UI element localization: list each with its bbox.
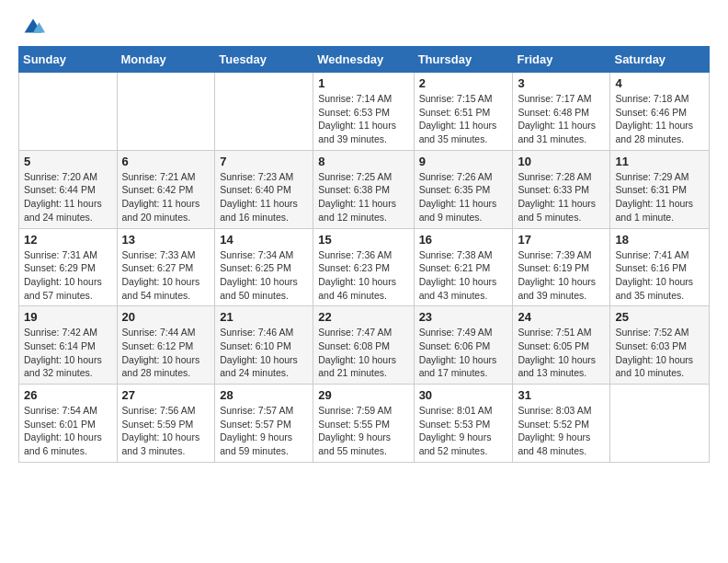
day-number: 29 [318,388,408,402]
day-number: 20 [122,310,210,324]
day-number: 2 [419,76,508,90]
day-info: Sunrise: 7:15 AMSunset: 6:51 PMDaylight:… [419,93,497,144]
calendar-week-row: 19Sunrise: 7:42 AMSunset: 6:14 PMDayligh… [19,306,710,385]
header [18,15,710,37]
day-number: 15 [318,233,408,247]
calendar-cell [19,73,118,151]
day-number: 23 [419,310,508,324]
day-info: Sunrise: 7:31 AMSunset: 6:29 PMDaylight:… [24,249,102,301]
calendar-cell: 30Sunrise: 8:01 AMSunset: 5:53 PMDayligh… [414,385,513,463]
day-number: 28 [220,388,308,402]
day-info: Sunrise: 7:54 AMSunset: 6:01 PMDaylight:… [24,405,102,456]
calendar-cell: 24Sunrise: 7:51 AMSunset: 6:05 PMDayligh… [513,306,610,385]
day-number: 4 [615,76,704,90]
calendar-week-row: 12Sunrise: 7:31 AMSunset: 6:29 PMDayligh… [19,228,710,306]
day-number: 8 [318,155,408,168]
day-info: Sunrise: 7:47 AMSunset: 6:08 PMDaylight:… [318,327,396,378]
calendar-body: 1Sunrise: 7:14 AMSunset: 6:53 PMDaylight… [19,73,710,463]
day-number: 17 [518,233,605,247]
calendar-cell: 8Sunrise: 7:25 AMSunset: 6:38 PMDaylight… [313,150,414,228]
calendar-cell: 4Sunrise: 7:18 AMSunset: 6:46 PMDaylight… [610,73,710,151]
calendar-cell: 16Sunrise: 7:38 AMSunset: 6:21 PMDayligh… [414,228,513,306]
calendar-cell: 13Sunrise: 7:33 AMSunset: 6:27 PMDayligh… [117,228,215,306]
day-info: Sunrise: 7:56 AMSunset: 5:59 PMDaylight:… [122,405,200,456]
day-info: Sunrise: 7:18 AMSunset: 6:46 PMDaylight:… [615,93,693,144]
day-info: Sunrise: 7:46 AMSunset: 6:10 PMDaylight:… [220,327,298,378]
day-number: 11 [615,155,704,168]
calendar-cell: 31Sunrise: 8:03 AMSunset: 5:52 PMDayligh… [513,385,610,463]
calendar-week-row: 1Sunrise: 7:14 AMSunset: 6:53 PMDaylight… [19,73,710,151]
day-info: Sunrise: 7:28 AMSunset: 6:33 PMDaylight:… [518,171,596,223]
day-number: 13 [122,233,210,247]
day-number: 19 [24,310,112,324]
calendar-week-row: 26Sunrise: 7:54 AMSunset: 6:01 PMDayligh… [19,385,710,463]
calendar-table: SundayMondayTuesdayWednesdayThursdayFrid… [18,46,710,463]
calendar-cell: 26Sunrise: 7:54 AMSunset: 6:01 PMDayligh… [19,385,118,463]
day-info: Sunrise: 7:44 AMSunset: 6:12 PMDaylight:… [122,327,200,378]
calendar-cell: 10Sunrise: 7:28 AMSunset: 6:33 PMDayligh… [513,150,610,228]
weekday-header: Monday [117,47,215,73]
day-info: Sunrise: 7:57 AMSunset: 5:57 PMDaylight:… [220,405,293,456]
calendar-cell: 25Sunrise: 7:52 AMSunset: 6:03 PMDayligh… [610,306,710,385]
weekday-header: Friday [513,47,610,73]
day-info: Sunrise: 7:49 AMSunset: 6:06 PMDaylight:… [419,327,497,378]
calendar-cell [117,73,215,151]
day-info: Sunrise: 7:34 AMSunset: 6:25 PMDaylight:… [220,249,298,301]
weekday-header: Tuesday [215,47,313,73]
day-info: Sunrise: 7:41 AMSunset: 6:16 PMDaylight:… [615,249,693,301]
logo-icon [20,15,46,37]
day-number: 10 [518,155,605,168]
day-info: Sunrise: 7:17 AMSunset: 6:48 PMDaylight:… [518,93,596,144]
day-number: 6 [122,155,210,168]
calendar-cell: 28Sunrise: 7:57 AMSunset: 5:57 PMDayligh… [215,385,313,463]
day-info: Sunrise: 7:23 AMSunset: 6:40 PMDaylight:… [220,171,298,223]
day-number: 5 [24,155,112,168]
day-info: Sunrise: 8:03 AMSunset: 5:52 PMDaylight:… [518,405,591,456]
calendar-cell: 9Sunrise: 7:26 AMSunset: 6:35 PMDaylight… [414,150,513,228]
day-info: Sunrise: 7:20 AMSunset: 6:44 PMDaylight:… [24,171,102,223]
day-number: 30 [419,388,508,402]
day-number: 18 [615,233,704,247]
day-info: Sunrise: 7:25 AMSunset: 6:38 PMDaylight:… [318,171,396,223]
day-info: Sunrise: 7:52 AMSunset: 6:03 PMDaylight:… [615,327,693,378]
calendar-cell: 17Sunrise: 7:39 AMSunset: 6:19 PMDayligh… [513,228,610,306]
day-number: 14 [220,233,308,247]
day-number: 12 [24,233,112,247]
calendar-cell: 12Sunrise: 7:31 AMSunset: 6:29 PMDayligh… [19,228,118,306]
calendar-cell: 11Sunrise: 7:29 AMSunset: 6:31 PMDayligh… [610,150,710,228]
calendar-header-row: SundayMondayTuesdayWednesdayThursdayFrid… [19,47,710,73]
day-info: Sunrise: 7:39 AMSunset: 6:19 PMDaylight:… [518,249,596,301]
calendar-cell: 6Sunrise: 7:21 AMSunset: 6:42 PMDaylight… [117,150,215,228]
calendar-cell: 19Sunrise: 7:42 AMSunset: 6:14 PMDayligh… [19,306,118,385]
weekday-header: Thursday [414,47,513,73]
day-info: Sunrise: 7:29 AMSunset: 6:31 PMDaylight:… [615,171,693,223]
calendar-cell: 23Sunrise: 7:49 AMSunset: 6:06 PMDayligh… [414,306,513,385]
calendar-cell: 22Sunrise: 7:47 AMSunset: 6:08 PMDayligh… [313,306,414,385]
day-info: Sunrise: 7:21 AMSunset: 6:42 PMDaylight:… [122,171,200,223]
day-number: 21 [220,310,308,324]
calendar-cell: 18Sunrise: 7:41 AMSunset: 6:16 PMDayligh… [610,228,710,306]
calendar-cell: 20Sunrise: 7:44 AMSunset: 6:12 PMDayligh… [117,306,215,385]
calendar-cell: 5Sunrise: 7:20 AMSunset: 6:44 PMDaylight… [19,150,118,228]
calendar-cell: 7Sunrise: 7:23 AMSunset: 6:40 PMDaylight… [215,150,313,228]
weekday-header: Sunday [19,47,118,73]
calendar-cell: 14Sunrise: 7:34 AMSunset: 6:25 PMDayligh… [215,228,313,306]
day-info: Sunrise: 7:36 AMSunset: 6:23 PMDaylight:… [318,249,396,301]
page: SundayMondayTuesdayWednesdayThursdayFrid… [0,0,728,477]
day-number: 9 [419,155,508,168]
day-info: Sunrise: 7:38 AMSunset: 6:21 PMDaylight:… [419,249,497,301]
logo [18,15,46,37]
day-number: 27 [122,388,210,402]
day-info: Sunrise: 7:42 AMSunset: 6:14 PMDaylight:… [24,327,102,378]
day-number: 1 [318,76,408,90]
calendar-cell: 29Sunrise: 7:59 AMSunset: 5:55 PMDayligh… [313,385,414,463]
calendar-cell: 2Sunrise: 7:15 AMSunset: 6:51 PMDaylight… [414,73,513,151]
day-number: 25 [615,310,704,324]
calendar-cell: 3Sunrise: 7:17 AMSunset: 6:48 PMDaylight… [513,73,610,151]
day-number: 7 [220,155,308,168]
day-number: 24 [518,310,605,324]
day-info: Sunrise: 7:26 AMSunset: 6:35 PMDaylight:… [419,171,497,223]
weekday-header: Wednesday [313,47,414,73]
calendar-cell [215,73,313,151]
calendar-cell: 21Sunrise: 7:46 AMSunset: 6:10 PMDayligh… [215,306,313,385]
